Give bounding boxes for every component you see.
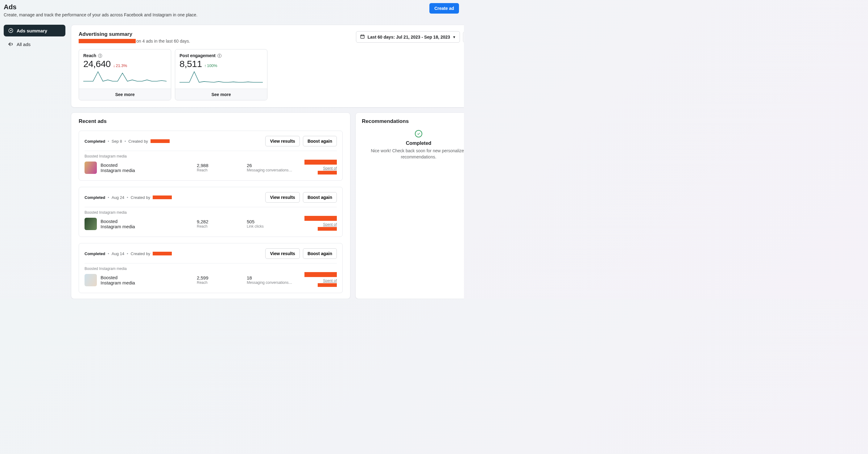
ad-thumbnail[interactable]	[85, 218, 97, 230]
sidebar-item-label: Ads summary	[17, 28, 47, 33]
stat-reach: 9,282Reach	[197, 219, 243, 229]
stat-secondary: 26Messaging conversations…	[247, 163, 293, 172]
view-results-button[interactable]: View results	[265, 248, 300, 259]
created-by-label: Created by	[131, 251, 151, 256]
boost-again-button[interactable]: Boost again	[303, 192, 337, 203]
ad-date: Aug 14	[112, 251, 124, 256]
ad-date: Aug 24	[112, 195, 124, 200]
sidebar-item-all-ads[interactable]: All ads	[4, 38, 65, 50]
redacted-creator	[153, 196, 172, 199]
ad-item: Completed•Aug 14•Created byView resultsB…	[79, 243, 343, 293]
recommendations-status: Completed	[362, 141, 464, 146]
summary-title: Advertising summary	[79, 31, 190, 37]
summary-settings-button[interactable]	[463, 31, 464, 42]
redacted-spend	[305, 216, 337, 221]
metric-label: Post engagementi	[180, 53, 263, 58]
date-range-picker[interactable]: Last 60 days: Jul 21, 2023 - Sep 18, 202…	[356, 31, 460, 42]
metric-label-text: Post engagement	[180, 53, 216, 58]
caret-down-icon: ▼	[453, 35, 456, 39]
metric-label-text: Reach	[83, 53, 96, 58]
metric-value: 24,640	[83, 59, 111, 69]
stat-spend: Spent of	[297, 160, 337, 175]
boost-again-button[interactable]: Boost again	[303, 248, 337, 259]
metric-delta: ↓ 21.3%	[113, 63, 127, 68]
sidebar: Ads summary All ads	[4, 25, 65, 299]
ad-type-label: Boosted Instagram media	[85, 210, 337, 215]
metric-value: 8,511	[180, 59, 202, 69]
header-titles: Ads Create, manage and track the perform…	[4, 3, 197, 17]
recent-ads-title: Recent ads	[79, 118, 343, 124]
redacted-budget	[318, 283, 337, 287]
ad-date: Sep 8	[112, 139, 122, 144]
metric-delta: ↑ 100%	[205, 63, 217, 68]
stat-secondary: 505Link clicks	[247, 219, 293, 229]
recommendations-title: Recommendations	[362, 118, 464, 124]
calendar-icon	[360, 34, 365, 40]
redacted-spend	[305, 272, 337, 277]
created-by-label: Created by	[128, 139, 148, 144]
view-results-button[interactable]: View results	[265, 136, 300, 146]
metric-card: Reachi24,640↓ 21.3%See more	[79, 49, 171, 101]
ad-status: Completed	[85, 139, 105, 144]
svg-rect-2	[361, 35, 364, 38]
sparkline	[79, 71, 171, 86]
boost-again-button[interactable]: Boost again	[303, 136, 337, 146]
redacted-creator	[153, 252, 172, 255]
summary-subtitle: on 4 ads in the last 60 days.	[136, 38, 190, 44]
ad-type-label: Boosted Instagram media	[85, 154, 337, 159]
metric-card: Post engagementi8,511↑ 100%See more	[175, 49, 268, 101]
stat-spend: Spent of	[297, 216, 337, 232]
stat-spend: Spent of	[297, 272, 337, 288]
recommendations-text: Nice work! Check back soon for new perso…	[362, 148, 464, 160]
stat-reach: 2,988Reach	[197, 163, 243, 172]
page-subtitle: Create, manage and track the performance…	[4, 12, 197, 17]
redacted-spend	[305, 160, 337, 165]
stat-secondary: 18Messaging conversations…	[247, 275, 293, 285]
ad-type-label: Boosted Instagram media	[85, 266, 337, 271]
recommendations-card: Recommendations Completed Nice work! Che…	[355, 112, 464, 299]
redacted-budget	[318, 171, 337, 174]
stat-reach: 2,599Reach	[197, 275, 243, 285]
advertising-summary-card: Advertising summary on 4 ads in the last…	[71, 25, 464, 108]
page-title: Ads	[4, 3, 197, 11]
gauge-icon	[8, 28, 13, 33]
check-circle-icon	[415, 130, 422, 137]
info-icon[interactable]: i	[98, 54, 102, 58]
metric-label: Reachi	[83, 53, 166, 58]
ad-thumbnail[interactable]	[85, 162, 97, 174]
ad-item: Completed•Aug 24•Created byView resultsB…	[79, 187, 343, 237]
see-more-button[interactable]: See more	[79, 89, 171, 100]
ad-title[interactable]: BoostedInstagram media	[100, 163, 193, 173]
page-header: Ads Create, manage and track the perform…	[4, 3, 459, 17]
megaphone-icon	[8, 41, 13, 47]
recent-ads-card: Recent ads Completed•Sep 8•Created byVie…	[71, 112, 350, 299]
create-ad-button[interactable]: Create ad	[429, 3, 459, 13]
sparkline	[175, 71, 267, 86]
ad-status: Completed	[85, 251, 105, 256]
ad-title[interactable]: BoostedInstagram media	[100, 275, 193, 285]
sidebar-item-ads-summary[interactable]: Ads summary	[4, 25, 65, 36]
redacted-account-name	[79, 39, 136, 43]
date-range-label: Last 60 days: Jul 21, 2023 - Sep 18, 202…	[367, 35, 450, 39]
ad-item: Completed•Sep 8•Created byView resultsBo…	[79, 131, 343, 181]
info-icon[interactable]: i	[217, 54, 221, 58]
ad-thumbnail[interactable]	[85, 274, 97, 286]
ad-title[interactable]: BoostedInstagram media	[100, 219, 193, 229]
sidebar-item-label: All ads	[17, 42, 31, 47]
redacted-creator	[151, 139, 169, 143]
view-results-button[interactable]: View results	[265, 192, 300, 203]
redacted-budget	[318, 227, 337, 231]
ad-status: Completed	[85, 195, 105, 200]
see-more-button[interactable]: See more	[175, 89, 267, 100]
created-by-label: Created by	[131, 195, 151, 200]
svg-point-1	[10, 30, 11, 31]
